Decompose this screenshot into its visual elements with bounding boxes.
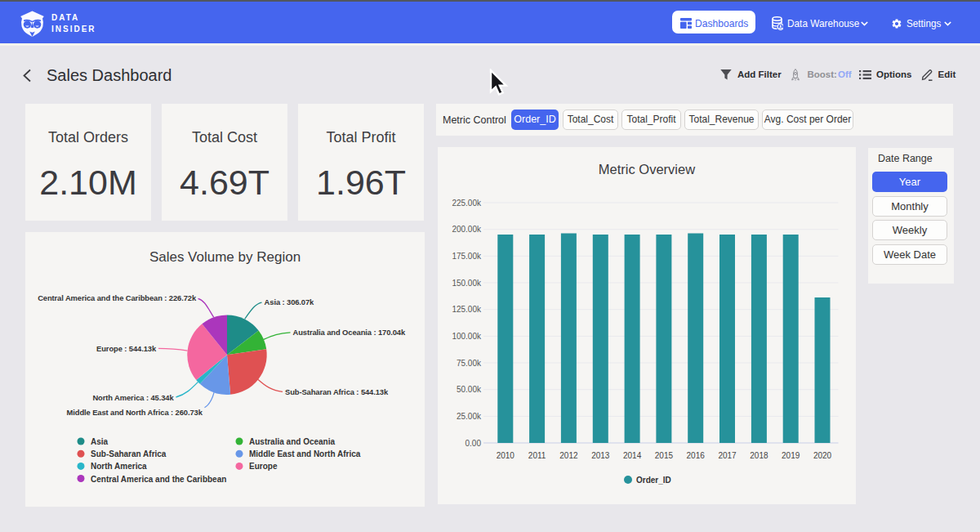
svg-text:Asia: Asia [91, 437, 109, 446]
svg-text:Order_ID: Order_ID [636, 476, 671, 485]
svg-text:Central America and the Caribb: Central America and the Caribbean : 226.… [38, 293, 197, 302]
svg-text:175.00k: 175.00k [452, 252, 482, 261]
svg-text:2017: 2017 [718, 451, 737, 460]
svg-text:125.00k: 125.00k [452, 305, 482, 314]
svg-text:Australia and Oceania: Australia and Oceania [249, 437, 335, 446]
svg-text:2018: 2018 [750, 451, 768, 460]
svg-text:25.00k: 25.00k [457, 412, 482, 421]
svg-text:2013: 2013 [591, 451, 610, 460]
svg-text:2011: 2011 [528, 451, 546, 460]
svg-text:Middle East and North Africa: Middle East and North Africa [249, 449, 361, 458]
svg-text:0.00: 0.00 [466, 439, 482, 448]
svg-text:Europe: Europe [249, 462, 278, 471]
svg-text:2020: 2020 [813, 451, 832, 460]
svg-text:225.00k: 225.00k [452, 199, 482, 208]
svg-text:Central America and the Caribb: Central America and the Caribbean [91, 475, 226, 484]
svg-text:Australia and Oceania : 170.04: Australia and Oceania : 170.04k [293, 328, 406, 337]
svg-text:Middle East and North Africa :: Middle East and North Africa : 260.73k [67, 408, 203, 417]
svg-text:2019: 2019 [782, 451, 800, 460]
svg-text:2016: 2016 [687, 451, 706, 460]
svg-text:2015: 2015 [655, 451, 674, 460]
svg-text:2014: 2014 [623, 451, 642, 460]
svg-text:50.00k: 50.00k [457, 385, 482, 394]
svg-text:200.00k: 200.00k [452, 225, 482, 234]
svg-text:Asia : 306.07k: Asia : 306.07k [265, 297, 315, 306]
svg-text:Europe : 544.13k: Europe : 544.13k [96, 344, 157, 353]
svg-text:North America: North America [91, 462, 147, 471]
svg-text:75.00k: 75.00k [457, 359, 482, 368]
svg-text:Sub-Saharan Africa : 544.13k: Sub-Saharan Africa : 544.13k [285, 387, 389, 396]
svg-text:100.00k: 100.00k [452, 332, 482, 341]
svg-text:2012: 2012 [559, 451, 578, 460]
svg-text:North America : 45.34k: North America : 45.34k [92, 393, 174, 402]
svg-text:Sub-Saharan Africa: Sub-Saharan Africa [91, 449, 167, 458]
svg-text:150.00k: 150.00k [452, 279, 482, 288]
svg-text:2010: 2010 [497, 451, 515, 460]
